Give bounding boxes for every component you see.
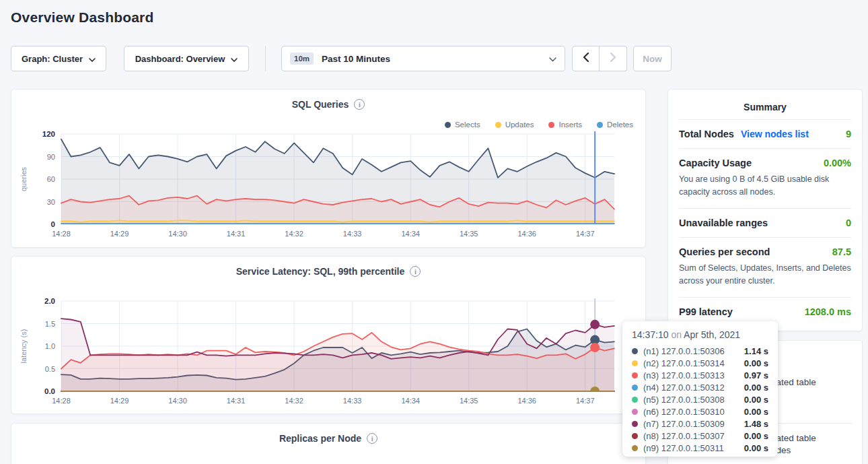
event-item-fragment[interactable]: eated table	[771, 433, 816, 443]
summary-panel: Summary Total Nodes View nodes list 9 Ca…	[667, 89, 863, 331]
tooltip-node-row: (n5) 127.0.0.1:503080.00 s	[632, 393, 768, 405]
summary-title: Summary	[679, 102, 851, 112]
node-latency-value: 1.48 s	[744, 419, 768, 429]
node-address: (n1) 127.0.0.1:50306	[643, 346, 725, 356]
node-latency-value: 0.97 s	[744, 370, 768, 380]
service-latency-title: Service Latency: SQL, 99th percentile	[236, 266, 405, 277]
node-latency-value: 0.00 s	[744, 407, 768, 417]
qps-desc: Sum of Selects, Updates, Inserts, and De…	[679, 262, 851, 288]
node-address: (n5) 127.0.0.1:50308	[643, 395, 725, 405]
svg-text:60: 60	[47, 175, 55, 183]
chevron-left-icon	[583, 53, 589, 65]
svg-text:14:30: 14:30	[168, 397, 187, 405]
p99-latency-label: P99 latency	[679, 306, 733, 317]
summary-row-capacity: Capacity Usage 0.00% You are using 0 B o…	[679, 148, 851, 208]
node-color-dot-icon	[632, 348, 638, 354]
svg-text:14:35: 14:35	[460, 230, 478, 238]
capacity-usage-value: 0.00%	[824, 158, 851, 168]
view-nodes-list-link[interactable]: View nodes list	[741, 129, 809, 139]
qps-value: 87.5	[832, 246, 851, 257]
time-range-badge: 10m	[290, 53, 314, 65]
tooltip-node-row: (n1) 127.0.0.1:503061.14 s	[632, 345, 768, 357]
node-latency-value: 0.00 s	[744, 443, 768, 453]
summary-row-qps: Queries per second 87.5 Sum of Selects, …	[679, 237, 851, 297]
tooltip-node-row: (n8) 127.0.0.1:503070.00 s	[632, 430, 768, 442]
tooltip-timestamp: 14:37:10 on Apr 5th, 2021	[632, 329, 768, 340]
info-icon[interactable]: i	[367, 433, 377, 444]
chevron-right-icon	[610, 53, 616, 65]
time-nav-group	[572, 46, 627, 71]
total-nodes-label: Total Nodes	[679, 129, 734, 139]
node-address: (n6) 127.0.0.1:50310	[643, 407, 725, 417]
time-range-picker[interactable]: 10m Past 10 Minutes	[281, 46, 565, 71]
node-color-dot-icon	[632, 445, 638, 451]
info-icon[interactable]: i	[354, 99, 365, 110]
tooltip-node-row: (n6) 127.0.0.1:503100.00 s	[632, 405, 768, 418]
node-color-dot-icon	[632, 409, 638, 415]
node-color-dot-icon	[632, 385, 638, 391]
capacity-usage-label: Capacity Usage	[679, 158, 752, 168]
svg-text:30: 30	[47, 198, 55, 206]
unavailable-ranges-label: Unavailable ranges	[679, 218, 768, 228]
svg-text:14:31: 14:31	[227, 397, 246, 405]
summary-row-total-nodes: Total Nodes View nodes list 9	[679, 119, 851, 148]
node-latency-value: 0.00 s	[744, 383, 768, 393]
svg-text:14:33: 14:33	[343, 397, 362, 405]
svg-text:2.0: 2.0	[44, 297, 55, 305]
graph-dropdown-label: Graph: Cluster	[22, 54, 83, 64]
svg-text:14:28: 14:28	[52, 397, 71, 405]
p99-latency-value: 1208.0 ms	[805, 306, 851, 317]
capacity-usage-desc: You are using 0 B of 4.5 GiB usable disk…	[679, 173, 851, 199]
dashboard-dropdown-label: Dashboard: Overview	[135, 54, 225, 64]
svg-text:14:37: 14:37	[576, 397, 595, 405]
svg-text:0.0: 0.0	[44, 387, 55, 395]
sql-queries-title: SQL Queries	[292, 99, 349, 110]
node-color-dot-icon	[632, 360, 638, 366]
info-icon[interactable]: i	[410, 266, 421, 277]
svg-text:14:34: 14:34	[401, 397, 420, 405]
graph-dropdown[interactable]: Graph: Cluster	[11, 46, 106, 71]
node-color-dot-icon	[632, 433, 638, 439]
service-latency-card: Service Latency: SQL, 99th percentile i …	[11, 256, 646, 414]
toolbar-divider	[265, 46, 266, 71]
node-latency-value: 0.00 s	[744, 395, 768, 405]
time-prev-button[interactable]	[572, 46, 600, 71]
chevron-down-icon	[549, 53, 556, 65]
node-address: (n9) 127.0.0.1:50311	[643, 443, 724, 453]
now-button[interactable]: Now	[633, 46, 672, 71]
time-next-button[interactable]	[600, 46, 627, 71]
overview-dashboard-page: Overview Dashboard Graph: Cluster Dashbo…	[0, 0, 868, 464]
sql-queries-chart[interactable]: 030609012014:2814:2914:3014:3114:3214:33…	[17, 127, 641, 242]
tooltip-node-row: (n4) 127.0.0.1:503120.00 s	[632, 381, 768, 393]
node-color-dot-icon	[632, 372, 638, 378]
sql-queries-card: SQL Queries i SelectsUpdatesInsertsDelet…	[11, 89, 646, 248]
replicas-per-node-title: Replicas per Node	[279, 433, 361, 444]
svg-text:1.0: 1.0	[45, 342, 55, 350]
svg-text:14:36: 14:36	[517, 230, 536, 238]
node-color-dot-icon	[632, 421, 638, 427]
svg-text:120: 120	[42, 130, 55, 138]
svg-text:90: 90	[47, 153, 55, 161]
svg-text:latency (s): latency (s)	[20, 329, 28, 364]
service-latency-chart[interactable]: 0.00.51.01.52.014:2814:2914:3014:3114:32…	[17, 294, 641, 409]
svg-text:0: 0	[51, 220, 55, 228]
svg-text:14:37: 14:37	[576, 230, 595, 238]
tooltip-node-row: (n2) 127.0.0.1:503140.00 s	[632, 357, 768, 369]
svg-text:queries: queries	[20, 166, 28, 191]
svg-text:14:36: 14:36	[517, 397, 536, 405]
node-address: (n7) 127.0.0.1:50309	[643, 419, 725, 429]
svg-text:14:35: 14:35	[460, 397, 478, 405]
event-item-fragment[interactable]: eated table	[771, 377, 816, 387]
summary-row-unavailable: Unavailable ranges 0	[679, 208, 851, 237]
page-title: Overview Dashboard	[11, 9, 154, 26]
node-latency-value: 0.00 s	[744, 431, 768, 441]
node-color-dot-icon	[632, 397, 638, 403]
replicas-per-node-card: Replicas per Node i	[11, 423, 646, 464]
node-address: (n8) 127.0.0.1:50307	[643, 431, 725, 441]
node-address: (n2) 127.0.0.1:50314	[643, 358, 725, 368]
qps-label: Queries per second	[679, 246, 770, 257]
dashboard-dropdown[interactable]: Dashboard: Overview	[124, 46, 249, 71]
chevron-down-icon	[89, 54, 96, 64]
tooltip-node-row: (n9) 127.0.0.1:503110.00 s	[632, 442, 768, 454]
svg-text:14:28: 14:28	[52, 230, 71, 238]
